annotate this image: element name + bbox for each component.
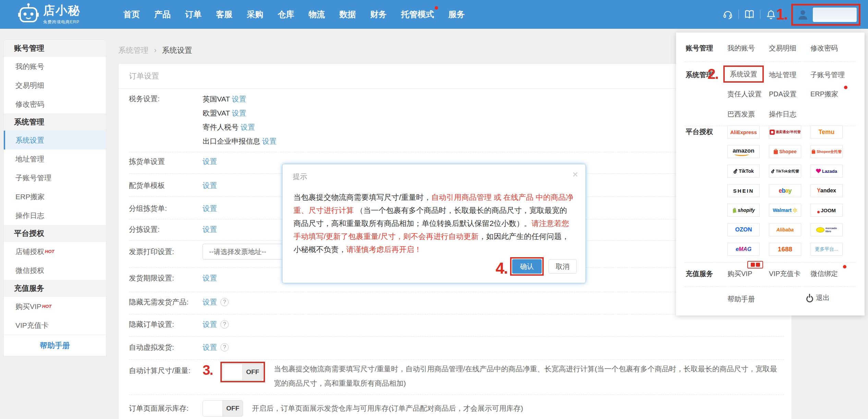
sender-tax-id-settings-link[interactable]: 设置 bbox=[241, 123, 255, 131]
platform-tile-1688[interactable]: 1688 bbox=[769, 243, 801, 256]
nav-item-orders[interactable]: 订单 bbox=[185, 9, 202, 20]
panel-link-my-account[interactable]: 我的账号 bbox=[727, 44, 755, 53]
platform-tile-tiktok[interactable]: TikTok bbox=[727, 165, 760, 178]
divider bbox=[685, 61, 856, 62]
aliexpress-managed-icon bbox=[770, 130, 775, 135]
sidebar-item-erp-migration[interactable]: ERP搬家 bbox=[4, 187, 106, 206]
user-account-button[interactable] bbox=[791, 4, 860, 26]
platform-tile-mercadolibre[interactable]: mercadolibre bbox=[810, 223, 843, 236]
sidebar-item-system-settings[interactable]: 系统设置 bbox=[4, 131, 106, 149]
close-icon[interactable]: × bbox=[572, 169, 578, 180]
nav-item-finance[interactable]: 财务 bbox=[370, 9, 387, 20]
annotation-box-confirm: 确认 bbox=[510, 257, 544, 276]
sidebar-item-operation-log[interactable]: 操作日志 bbox=[4, 206, 106, 225]
nav-item-managed-mode[interactable]: 托管模式 bbox=[401, 9, 434, 20]
platform-tile-joom[interactable]: JOOM bbox=[810, 204, 843, 217]
platform-tile-tiktok-managed[interactable]: TikTok全托管 bbox=[769, 165, 801, 178]
cancel-button[interactable]: 取消 bbox=[548, 259, 577, 274]
nav-item-customer-service[interactable]: 客服 bbox=[216, 9, 232, 20]
panel-link-transactions[interactable]: 交易明细 bbox=[769, 44, 796, 53]
platform-tile-aliexpress-managed[interactable]: 速卖通全/半托管 bbox=[769, 125, 801, 139]
panel-link-wechat-binding[interactable]: 微信绑定 bbox=[810, 269, 838, 278]
picking-list-settings-link[interactable]: 设置 bbox=[203, 157, 217, 166]
platform-tile-more[interactable]: 更多平台... bbox=[810, 243, 843, 256]
platform-tile-temu[interactable]: Temu bbox=[810, 125, 843, 139]
platform-tile-alibaba[interactable]: Alibaba bbox=[769, 223, 801, 236]
platform-tile-aliexpress[interactable]: AliExpress bbox=[727, 125, 760, 139]
sidebar-item-address-management[interactable]: 地址管理 bbox=[4, 149, 106, 168]
breadcrumb-parent[interactable]: 系统管理 bbox=[118, 46, 148, 55]
panel-link-erp-migration[interactable]: ERP搬家 bbox=[810, 89, 838, 99]
platform-tile-shein[interactable]: SHEIN bbox=[727, 184, 760, 197]
panel-link-address-management[interactable]: 地址管理 bbox=[769, 70, 796, 80]
shipping-deadline-settings-link[interactable]: 设置 bbox=[203, 273, 217, 283]
platform-tile-yandex[interactable]: Yandex bbox=[810, 184, 843, 197]
platform-tile-ozon[interactable]: OZON bbox=[727, 223, 760, 236]
nav-item-warehouse[interactable]: 仓库 bbox=[278, 9, 294, 20]
nav-item-products[interactable]: 产品 bbox=[154, 9, 171, 20]
help-icon[interactable]: ? bbox=[220, 320, 229, 328]
logout-button[interactable]: 退出 bbox=[806, 293, 830, 302]
nav-item-data[interactable]: 数据 bbox=[339, 9, 356, 20]
tax-item-name: 寄件人税号 bbox=[203, 123, 239, 131]
divider bbox=[129, 359, 784, 360]
sidebar-item-change-password[interactable]: 修改密码 bbox=[4, 95, 106, 113]
help-icon[interactable]: ? bbox=[220, 298, 229, 306]
annotation-box-toggle: OFF bbox=[220, 362, 265, 382]
eu-vat-settings-link[interactable]: 设置 bbox=[232, 109, 246, 117]
panel-section-recharge: 充值服务 bbox=[686, 269, 713, 278]
sidebar-item-subaccount-management[interactable]: 子账号管理 bbox=[4, 168, 106, 187]
auto-calc-size-weight-toggle[interactable]: OFF bbox=[222, 364, 263, 380]
nav-item-logistics[interactable]: 物流 bbox=[309, 9, 325, 20]
platform-tile-shopee[interactable]: Shopee bbox=[769, 145, 801, 158]
nav-right-icons bbox=[723, 0, 776, 29]
row-label: 隐藏无需发货产品: bbox=[129, 297, 203, 307]
confirm-button[interactable]: 确认 bbox=[512, 259, 542, 274]
uk-vat-settings-link[interactable]: 设置 bbox=[232, 95, 246, 103]
notification-bell-icon[interactable] bbox=[766, 9, 776, 20]
manual-book-icon[interactable] bbox=[744, 9, 755, 20]
panel-link-buy-vip[interactable]: 购买VIP bbox=[727, 269, 752, 278]
headset-icon[interactable] bbox=[723, 9, 733, 20]
export-declaration-settings-link[interactable]: 设置 bbox=[262, 137, 277, 145]
group-picking-settings-link[interactable]: 设置 bbox=[203, 204, 217, 213]
platform-tile-amazon[interactable]: amazon bbox=[727, 145, 760, 158]
sidebar-item-wechat-auth[interactable]: 微信授权 bbox=[4, 261, 106, 280]
sidebar-item-vip-card[interactable]: VIP充值卡 bbox=[4, 316, 106, 335]
panel-link-vip-card[interactable]: VIP充值卡 bbox=[769, 269, 800, 278]
sidebar-item-transactions[interactable]: 交易明细 bbox=[4, 76, 106, 95]
confirm-dialog: 提示 × 当包裹提交物流商需要填写尺寸/重量时，自动引用商品管理 或 在线产品 … bbox=[282, 164, 586, 283]
nav-item-services[interactable]: 服务 bbox=[448, 9, 465, 20]
sorting-settings-link[interactable]: 设置 bbox=[203, 225, 217, 234]
dialog-title: 提示 bbox=[293, 172, 307, 181]
platform-tile-ebay[interactable]: ebay bbox=[769, 184, 801, 197]
platform-tile-emag[interactable]: eMAG bbox=[727, 243, 760, 256]
nav-item-home[interactable]: 首页 bbox=[123, 9, 140, 20]
panel-link-change-password[interactable]: 修改密码 bbox=[810, 44, 838, 53]
nav-item-purchasing[interactable]: 采购 bbox=[247, 9, 263, 20]
hide-order-settings-link[interactable]: 设置 bbox=[203, 320, 217, 329]
panel-link-help-manual[interactable]: 帮助手册 bbox=[727, 295, 755, 304]
tax-item-name: 英国VAT bbox=[203, 95, 230, 103]
help-icon[interactable]: ? bbox=[220, 343, 229, 351]
panel-link-subaccount-management[interactable]: 子账号管理 bbox=[810, 70, 845, 80]
hide-no-ship-products-settings-link[interactable]: 设置 bbox=[203, 297, 217, 307]
platform-tile-walmart[interactable]: Walmart bbox=[769, 204, 801, 217]
panel-link-system-settings[interactable]: 系统设置 bbox=[730, 70, 757, 79]
breadcrumb: 系统管理 › 系统设置 bbox=[118, 45, 192, 56]
auto-virtual-shipping-settings-link[interactable]: 设置 bbox=[203, 343, 217, 352]
panel-link-pda-settings[interactable]: PDA设置 bbox=[769, 89, 797, 99]
platform-tile-shopify[interactable]: shopify bbox=[727, 204, 760, 217]
sidebar-help-manual-link[interactable]: 帮助手册 bbox=[4, 335, 106, 356]
panel-link-operation-log[interactable]: 操作日志 bbox=[769, 110, 796, 119]
allocation-template-settings-link[interactable]: 设置 bbox=[203, 181, 217, 190]
panel-link-owner-settings[interactable]: 责任人设置 bbox=[727, 89, 762, 99]
sidebar-item-store-auth[interactable]: 店铺授权HOT bbox=[4, 242, 106, 261]
sidebar-item-buy-vip[interactable]: 购买VIPHOT bbox=[4, 297, 106, 316]
panel-link-brazil-invoice[interactable]: 巴西发票 bbox=[727, 110, 755, 119]
order-page-stock-toggle[interactable]: OFF bbox=[203, 400, 243, 417]
platform-tile-shopee-managed[interactable]: Shopee全托管 bbox=[810, 145, 843, 158]
platform-tile-lazada[interactable]: Lazada bbox=[810, 165, 843, 178]
panel-section-platform-auth: 平台授权 bbox=[686, 127, 713, 136]
sidebar-item-my-account[interactable]: 我的账号 bbox=[4, 57, 106, 76]
